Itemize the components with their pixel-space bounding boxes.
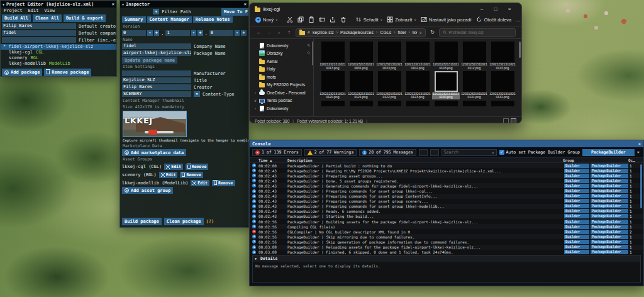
file-thumbnail[interactable] — [463, 42, 486, 62]
file-item[interactable]: 120212321311021 0123.png — [404, 71, 431, 100]
file-item[interactable]: 120212321311021 0013.png — [319, 42, 347, 70]
file-thumbnail[interactable] — [491, 71, 514, 92]
file-thumbnail[interactable] — [350, 101, 373, 106]
log-builder-chip[interactable]: PackageBuilder — [591, 174, 628, 178]
set-as-background-button[interactable]: Nastavit jako pozadí — [421, 16, 472, 23]
rename-icon[interactable] — [319, 16, 325, 23]
file-item[interactable]: 120212321311021 0033.png — [375, 42, 403, 70]
log-group-chip[interactable]: Builder — [564, 230, 589, 234]
edit-asset-group-button[interactable]: Edit — [159, 172, 178, 178]
close-icon[interactable]: × — [638, 142, 641, 147]
file-item[interactable]: 120212321311021 0130.png — [432, 71, 460, 100]
checkbox-checked-icon[interactable]: ✓ — [499, 150, 504, 155]
remove-asset-group-button[interactable]: Remove — [186, 164, 208, 170]
log-group-chip[interactable]: Builder — [564, 174, 589, 178]
file-thumbnail[interactable] — [321, 101, 345, 106]
log-builder-chip[interactable]: PackageBuilder — [591, 199, 628, 203]
sidebar-item[interactable]: Haly — [250, 65, 313, 74]
file-thumbnail[interactable] — [378, 71, 401, 92]
breadcrumb-item[interactable]: CGLs — [374, 30, 391, 35]
refresh-icon[interactable]: ↻ — [429, 30, 436, 35]
close-icon[interactable]: × — [244, 2, 247, 7]
log-group-chip[interactable]: Builder — [564, 199, 589, 203]
log-group-chip[interactable]: Builder — [564, 235, 589, 239]
log-group-chip[interactable]: Builder — [564, 169, 589, 173]
file-grid-scrollbar[interactable] — [519, 42, 521, 58]
log-group-chip[interactable]: Builder — [564, 240, 589, 244]
log-row[interactable]: 00:02:56 PackageBuilder | Building asset… — [250, 219, 643, 224]
log-builder-chip[interactable]: PackageBuilder — [591, 214, 628, 218]
log-row[interactable]: 00:02:43 PackageBuilder | Starting the b… — [250, 214, 643, 219]
cut-icon[interactable] — [287, 16, 293, 23]
log-group-chip[interactable]: Builder — [564, 225, 589, 229]
text-field[interactable]: fidel — [2, 30, 76, 36]
package-tree-root[interactable]: * fidel-airport-lkkej-kejzlice-slz — [1, 44, 116, 50]
copy-icon[interactable] — [297, 16, 304, 23]
text-field[interactable]: airport-lkkej-kejzlice-slz — [122, 50, 191, 56]
file-thumbnail[interactable] — [463, 71, 486, 92]
minimize-button[interactable]: – — [475, 6, 489, 12]
minus-button[interactable]: - — [235, 30, 240, 36]
more-options-button[interactable]: … — [516, 17, 521, 23]
inspector-titlebar[interactable]: ▼ Inspector × — [120, 1, 248, 8]
package-tree-item[interactable]: lkkej-modellib ModelLib — [1, 61, 116, 67]
inspector-tab[interactable]: Release Notes — [193, 16, 233, 23]
file-item[interactable]: 120212321311021 0102.png — [404, 42, 431, 70]
remove-asset-group-button[interactable]: Remove — [180, 172, 203, 178]
plus-button[interactable]: + — [197, 30, 203, 36]
text-field[interactable] — [2, 37, 76, 43]
console-scrollbar[interactable] — [640, 164, 642, 208]
history-chevron-icon[interactable]: ∨ — [275, 31, 282, 35]
expand-chevron-icon[interactable]: › — [253, 91, 257, 94]
maximize-button[interactable]: □ — [489, 6, 502, 12]
log-row[interactable]: 00:02:43 PackageBuilder | Preparing comm… — [250, 204, 643, 209]
file-item[interactable]: 120212321311021 0120.png — [319, 71, 347, 100]
log-row[interactable]: 00:02:43 PackageBuilder | Ready, 6 comma… — [250, 209, 643, 214]
file-thumbnail[interactable] — [435, 101, 458, 106]
log-row[interactable]: 00:03:08 PackageBuilder | Finished, 6 sk… — [250, 250, 643, 255]
log-builder-chip[interactable]: PackageBuilder — [591, 179, 628, 183]
expand-chevron-icon[interactable]: › — [253, 106, 257, 110]
explorer-titlebar[interactable]: lkkej-cgl – □ × — [250, 3, 521, 13]
file-thumbnail[interactable] — [350, 42, 373, 62]
log-group-chip[interactable]: Builder — [564, 220, 589, 224]
build-toolbar-button[interactable]: Build & export — [64, 14, 106, 22]
clear-search-icon[interactable]: × — [492, 150, 494, 155]
breadcrumb-item[interactable]: kejzlice-slz — [313, 30, 334, 35]
log-group-chip[interactable]: Builder — [564, 194, 589, 198]
log-builder-chip[interactable]: PackageBuilder — [591, 240, 628, 244]
collapse-icon[interactable]: ▼ — [255, 257, 257, 261]
plus-button[interactable]: + — [241, 30, 247, 36]
version-patch-field[interactable]: 0 — [209, 30, 233, 36]
edit-asset-group-button[interactable]: Edit — [191, 180, 209, 186]
file-item[interactable]: 120212321311021 0132.png — [489, 71, 516, 100]
file-item[interactable]: 120212321311021 0031.png — [347, 42, 375, 70]
sidebar-item[interactable]: Dokumenty — [250, 42, 313, 50]
inspector-tab[interactable]: Summary — [122, 16, 146, 23]
move-to-file-button[interactable]: Move To F — [221, 8, 249, 16]
collapse-icon[interactable]: ▼ — [122, 3, 124, 6]
text-field[interactable]: Filip Bares — [122, 84, 191, 90]
sidebar-item[interactable]: › Dokumenty — [250, 104, 313, 113]
share-icon[interactable] — [330, 16, 336, 23]
project-editor-titlebar[interactable]: ▼ Project Editor [kejzlice-slz.xml] × — [1, 1, 116, 8]
log-builder-chip[interactable]: PackageBuilder — [591, 225, 628, 229]
log-builder-chip[interactable]: PackageBuilder — [591, 184, 628, 188]
text-field[interactable] — [122, 70, 191, 76]
log-builder-chip[interactable]: PackageBuilder — [591, 220, 628, 224]
log-group-chip[interactable]: Builder — [564, 250, 589, 254]
inspector-tab[interactable]: Content Manager — [147, 16, 192, 23]
package-tree-item[interactable]: lkkej-cgl CGL — [1, 50, 116, 55]
dropdown-icon[interactable]: ▼ — [194, 91, 200, 97]
file-thumbnail[interactable] — [491, 101, 514, 106]
sidebar-scrollbar[interactable] — [312, 42, 313, 65]
log-builder-chip[interactable]: PackageBuilder — [591, 250, 628, 254]
forward-icon[interactable]: → — [265, 30, 272, 35]
file-thumbnail[interactable] — [435, 42, 458, 62]
remove-group-filter-icon[interactable]: × — [637, 150, 640, 155]
file-thumbnail[interactable] — [491, 42, 514, 62]
group-column-header[interactable]: Group — [563, 158, 589, 162]
log-builder-chip[interactable]: PackageBuilder — [591, 164, 628, 168]
add-asset-group-button[interactable]: + Add asset group — [122, 187, 173, 194]
remove-package-button[interactable]: Remove package — [44, 69, 91, 76]
